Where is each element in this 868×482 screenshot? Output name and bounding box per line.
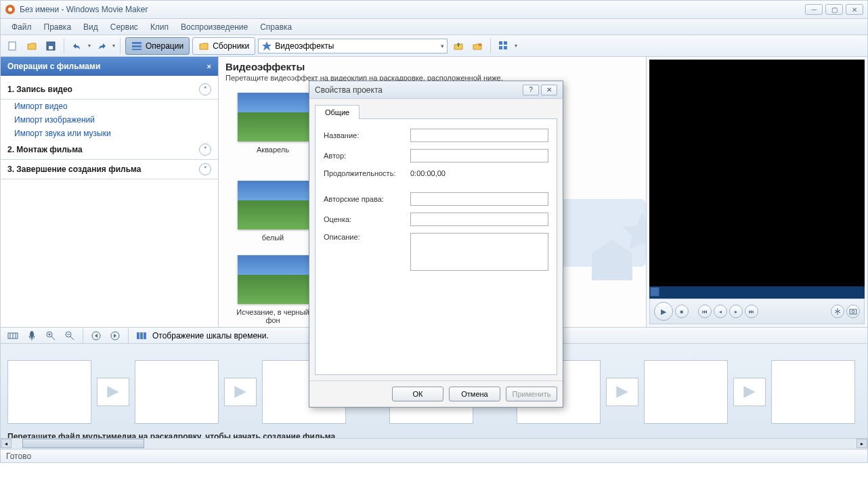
- dialog-close-button[interactable]: ✕: [541, 85, 557, 95]
- redo-dropdown-icon[interactable]: ▾: [112, 43, 115, 49]
- zoom-in-button[interactable]: [43, 328, 59, 344]
- copyright-field[interactable]: [410, 192, 548, 206]
- menu-clip[interactable]: Клип: [145, 20, 174, 34]
- storyboard-slot[interactable]: [771, 360, 855, 424]
- svg-rect-5: [132, 42, 142, 44]
- effect-item[interactable]: Акварель: [232, 93, 313, 154]
- prev-clip-button[interactable]: ⏮: [698, 305, 712, 318]
- svg-point-18: [852, 311, 854, 313]
- storyboard-slot[interactable]: [644, 360, 728, 424]
- svg-point-1: [8, 7, 12, 12]
- menu-file[interactable]: Файл: [6, 20, 37, 34]
- next-clip-button[interactable]: ⏭: [745, 305, 758, 318]
- up-level-button[interactable]: [450, 38, 466, 54]
- main-toolbar: ▾ ▾ Операции Сборники Видеоэффекты ▾ ▾: [0, 35, 868, 57]
- storyboard-slot[interactable]: [135, 360, 219, 424]
- transition-slot[interactable]: [733, 378, 766, 406]
- combo-label: Видеоэффекты: [275, 41, 334, 51]
- label-duration: Продолжительность:: [324, 169, 410, 177]
- tab-general[interactable]: Общие: [315, 105, 360, 119]
- timeline-view-button[interactable]: [5, 328, 21, 344]
- task-import-video[interactable]: Импорт видео: [1, 100, 218, 113]
- cancel-button[interactable]: Отмена: [449, 387, 500, 401]
- transition-slot[interactable]: [606, 378, 638, 406]
- close-button[interactable]: ✕: [846, 4, 863, 15]
- tasks-header: Операции с фильмами ×: [1, 57, 218, 76]
- menu-tools[interactable]: Сервис: [105, 20, 144, 34]
- menu-play[interactable]: Воспроизведение: [175, 20, 253, 34]
- new-folder-button[interactable]: [469, 38, 485, 54]
- zoom-out-button[interactable]: [62, 328, 78, 344]
- dialog-tab-panel: Название: Автор: Продолжительность: 0:00…: [315, 119, 557, 375]
- undo-dropdown-icon[interactable]: ▾: [88, 43, 91, 49]
- tasks-close-icon[interactable]: ×: [207, 62, 211, 70]
- maximize-button[interactable]: ▢: [825, 4, 843, 15]
- task-import-audio[interactable]: Импорт звука или музыки: [1, 127, 218, 140]
- svg-rect-11: [504, 41, 507, 45]
- apply-button[interactable]: Применить: [506, 387, 557, 401]
- dialog-help-button[interactable]: ?: [523, 85, 539, 95]
- tasks-header-label: Операции с фильмами: [7, 62, 100, 71]
- label-rating: Оценка:: [324, 215, 410, 223]
- collections-toggle[interactable]: Сборники: [192, 37, 255, 55]
- menu-help[interactable]: Справка: [255, 20, 297, 34]
- play-timeline-button[interactable]: [107, 328, 123, 344]
- tasks-toggle[interactable]: Операции: [125, 37, 190, 55]
- svg-rect-6: [132, 45, 142, 47]
- effect-thumbnail: [238, 93, 309, 141]
- task-section-edit-label: 2. Монтаж фильма: [7, 145, 83, 154]
- minimize-button[interactable]: ─: [805, 4, 823, 15]
- redo-button[interactable]: [93, 38, 110, 54]
- description-field[interactable]: [410, 233, 548, 271]
- collection-combo[interactable]: Видеоэффекты ▾: [258, 39, 448, 53]
- scroll-thumb[interactable]: [22, 439, 144, 448]
- task-section-capture[interactable]: 1. Запись видео ˄: [1, 80, 218, 100]
- status-text: Готово: [6, 452, 31, 461]
- view-dropdown-icon[interactable]: ▾: [515, 43, 517, 49]
- step-back-button[interactable]: ◂: [714, 305, 727, 318]
- dialog-titlebar[interactable]: Свойства проекта ? ✕: [309, 81, 563, 99]
- effect-item[interactable]: белый: [232, 181, 313, 242]
- effect-label: Акварель: [232, 146, 313, 154]
- new-button[interactable]: [5, 38, 21, 54]
- seek-handle-icon[interactable]: [650, 287, 659, 297]
- snapshot-button[interactable]: [846, 305, 860, 318]
- scroll-right-icon[interactable]: ▸: [856, 439, 867, 448]
- narrate-button[interactable]: [24, 328, 40, 344]
- transition-slot[interactable]: [224, 378, 257, 406]
- task-section-finish[interactable]: 3. Завершение создания фильма ˅: [1, 160, 218, 179]
- label-name: Название:: [324, 131, 410, 139]
- scroll-left-icon[interactable]: ◂: [1, 439, 12, 448]
- author-field[interactable]: [410, 149, 548, 162]
- rewind-button[interactable]: [88, 328, 104, 344]
- name-field[interactable]: [410, 129, 548, 142]
- transition-slot[interactable]: [97, 378, 129, 406]
- effect-item[interactable]: Исчезание, в черный фон: [232, 255, 313, 324]
- show-timeline-button[interactable]: [133, 328, 150, 344]
- split-button[interactable]: [831, 305, 844, 318]
- storyboard-scrollbar[interactable]: ◂ ▸: [1, 438, 867, 449]
- label-copyright: Авторские права:: [324, 195, 410, 203]
- stop-button[interactable]: ■: [675, 305, 689, 318]
- task-section-finish-label: 3. Завершение создания фильма: [7, 165, 141, 174]
- menu-edit[interactable]: Правка: [39, 20, 77, 34]
- play-button[interactable]: ▶: [654, 302, 673, 321]
- open-button[interactable]: [24, 38, 40, 54]
- ok-button[interactable]: ОК: [392, 387, 443, 401]
- view-options-button[interactable]: [496, 38, 512, 54]
- preview-controls: ▶ ■ ⏮ ◂ ▸ ⏭: [649, 299, 865, 324]
- save-button[interactable]: [43, 38, 59, 54]
- storyboard-slot[interactable]: [7, 360, 91, 424]
- task-import-images[interactable]: Импорт изображений: [1, 113, 218, 127]
- collection-title: Видеоэффекты: [219, 57, 646, 74]
- effect-label: белый: [232, 234, 313, 242]
- task-section-edit[interactable]: 2. Монтаж фильма ˅: [1, 140, 218, 160]
- menu-view[interactable]: Вид: [78, 20, 104, 34]
- svg-rect-10: [499, 41, 502, 45]
- svg-point-23: [30, 331, 34, 338]
- preview-seekbar[interactable]: [649, 286, 865, 299]
- step-fwd-button[interactable]: ▸: [729, 305, 743, 318]
- undo-button[interactable]: [69, 38, 85, 54]
- rating-field[interactable]: [410, 213, 548, 226]
- status-bar: Готово: [0, 450, 868, 463]
